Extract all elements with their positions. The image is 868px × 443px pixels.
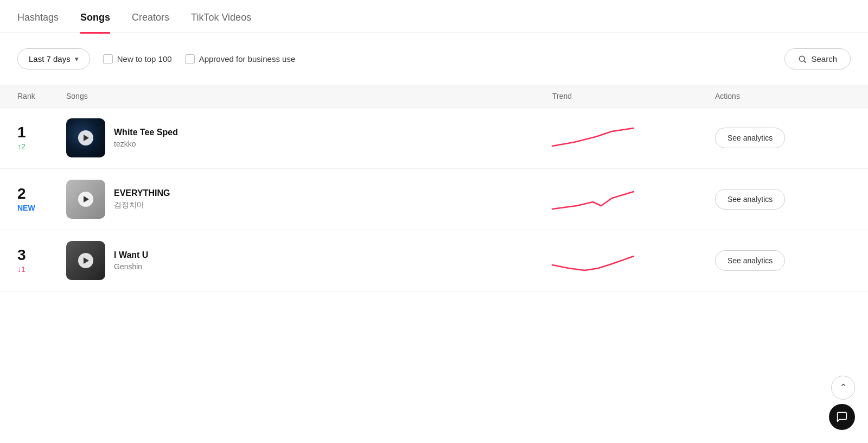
song-info-1: White Tee Sped tezkko bbox=[114, 128, 178, 148]
rank-change-3: ↓1 bbox=[17, 265, 25, 274]
rank-cell-3: 3 ↓1 bbox=[17, 248, 66, 274]
song-info-2: EVERYTHING 검정치마 bbox=[114, 188, 170, 210]
song-artist-1: tezkko bbox=[114, 140, 178, 148]
song-cell-3: I Want U Genshin bbox=[66, 241, 552, 280]
rank-cell-2: 2 NEW bbox=[17, 186, 66, 212]
play-button-1[interactable] bbox=[78, 130, 93, 145]
table-row: 2 NEW EVERYTHING 검정치마 See analytics bbox=[0, 169, 868, 230]
play-icon-1 bbox=[84, 135, 89, 141]
rank-change-2: NEW bbox=[17, 204, 35, 212]
song-cell-1: White Tee Sped tezkko bbox=[66, 118, 552, 157]
song-title-3: I Want U bbox=[114, 250, 148, 260]
rank-cell-1: 1 ↑2 bbox=[17, 125, 66, 151]
tab-tiktok-videos[interactable]: TikTok Videos bbox=[191, 1, 251, 34]
trend-chart-3 bbox=[552, 244, 634, 277]
new-to-top-100-checkbox[interactable] bbox=[103, 54, 113, 64]
search-icon bbox=[798, 55, 807, 64]
col-songs: Songs bbox=[66, 92, 552, 100]
new-to-top-100-filter[interactable]: New to top 100 bbox=[103, 54, 172, 64]
actions-cell-2: See analytics bbox=[715, 189, 851, 210]
trend-cell-1 bbox=[552, 122, 715, 154]
song-artist-2: 검정치마 bbox=[114, 200, 170, 210]
filters-bar: Last 7 days ▾ New to top 100 Approved fo… bbox=[0, 33, 868, 85]
period-dropdown[interactable]: Last 7 days ▾ bbox=[17, 48, 90, 69]
trend-cell-2 bbox=[552, 183, 715, 216]
search-button[interactable]: Search bbox=[784, 48, 851, 69]
see-analytics-button-1[interactable]: See analytics bbox=[715, 128, 785, 148]
song-info-3: I Want U Genshin bbox=[114, 250, 148, 271]
rank-number-2: 2 bbox=[17, 186, 26, 201]
trend-chart-1 bbox=[552, 122, 634, 154]
trend-cell-3 bbox=[552, 244, 715, 277]
approved-label: Approved for business use bbox=[199, 54, 296, 64]
table-row: 3 ↓1 I Want U Genshin See analytics bbox=[0, 230, 868, 292]
approved-for-business-filter[interactable]: Approved for business use bbox=[185, 54, 296, 64]
play-icon-2 bbox=[84, 196, 89, 202]
see-analytics-button-3[interactable]: See analytics bbox=[715, 250, 785, 271]
rank-number-1: 1 bbox=[17, 125, 26, 140]
table-row: 1 ↑2 White Tee Sped tezkko See analytics bbox=[0, 107, 868, 169]
see-analytics-button-2[interactable]: See analytics bbox=[715, 189, 785, 210]
song-title-1: White Tee Sped bbox=[114, 128, 178, 137]
approved-checkbox[interactable] bbox=[185, 54, 195, 64]
rank-change-1: ↑2 bbox=[17, 142, 25, 151]
song-title-2: EVERYTHING bbox=[114, 188, 170, 198]
play-button-2[interactable] bbox=[78, 192, 93, 207]
actions-cell-3: See analytics bbox=[715, 250, 851, 271]
col-actions: Actions bbox=[715, 92, 851, 100]
chevron-down-icon: ▾ bbox=[75, 55, 79, 63]
play-icon-3 bbox=[84, 257, 89, 264]
col-trend: Trend bbox=[552, 92, 715, 100]
tab-songs[interactable]: Songs bbox=[80, 1, 110, 34]
svg-line-1 bbox=[804, 60, 806, 62]
search-label: Search bbox=[811, 54, 837, 64]
tab-creators[interactable]: Creators bbox=[132, 1, 169, 34]
nav-tabs: Hashtags Songs Creators TikTok Videos bbox=[0, 0, 868, 33]
rank-number-3: 3 bbox=[17, 248, 26, 263]
song-cell-2: EVERYTHING 검정치마 bbox=[66, 180, 552, 219]
new-to-top-100-label: New to top 100 bbox=[117, 54, 172, 64]
song-artist-3: Genshin bbox=[114, 262, 148, 271]
song-thumbnail-1[interactable] bbox=[66, 118, 105, 157]
col-rank: Rank bbox=[17, 92, 66, 100]
song-thumbnail-3[interactable] bbox=[66, 241, 105, 280]
song-thumbnail-2[interactable] bbox=[66, 180, 105, 219]
trend-chart-2 bbox=[552, 183, 634, 216]
actions-cell-1: See analytics bbox=[715, 128, 851, 148]
period-label: Last 7 days bbox=[29, 54, 71, 64]
play-button-3[interactable] bbox=[78, 253, 93, 268]
table-header: Rank Songs Trend Actions bbox=[0, 85, 868, 107]
tab-hashtags[interactable]: Hashtags bbox=[17, 1, 59, 34]
